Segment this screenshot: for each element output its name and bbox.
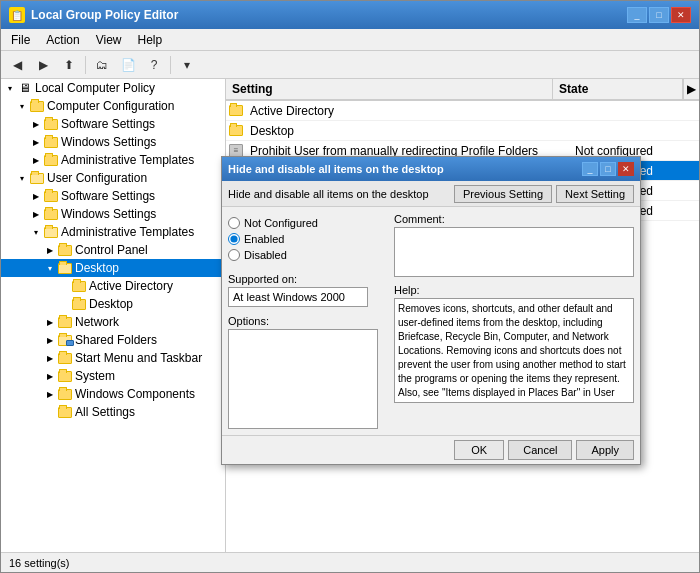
tree-label-at1: Administrative Templates xyxy=(61,153,194,167)
forward-button[interactable]: ▶ xyxy=(31,54,55,76)
radio-enabled-label: Enabled xyxy=(244,233,284,245)
app-icon: 📋 xyxy=(9,7,25,23)
modal-maximize-button[interactable]: □ xyxy=(600,162,616,176)
menu-help[interactable]: Help xyxy=(132,31,169,49)
tree-label-computer-config: Computer Configuration xyxy=(47,99,174,113)
folder-icon-sf xyxy=(57,333,73,347)
tree-item-admin-templates-1[interactable]: ▶ Administrative Templates xyxy=(1,151,225,169)
tree-item-local-policy[interactable]: ▾ 🖥 Local Computer Policy xyxy=(1,79,225,97)
tree-item-admin-templates-2[interactable]: ▾ Administrative Templates xyxy=(1,223,225,241)
tree-label-cp: Control Panel xyxy=(75,243,148,257)
folder-icon-sm xyxy=(57,351,73,365)
minimize-button[interactable]: _ xyxy=(627,7,647,23)
window-title: Local Group Policy Editor xyxy=(31,8,178,22)
toolbar-separator-1 xyxy=(85,56,86,74)
tree-label-ws2: Windows Settings xyxy=(61,207,156,221)
toggle-computer-config[interactable]: ▾ xyxy=(15,99,29,113)
tree-item-software-settings-1[interactable]: ▶ Software Settings xyxy=(1,115,225,133)
toggle-sm[interactable]: ▶ xyxy=(43,351,57,365)
folder-icon-cp xyxy=(57,243,73,257)
tree-item-network[interactable]: ▶ Network xyxy=(1,313,225,331)
modal-ok-button[interactable]: OK xyxy=(454,440,504,460)
radio-disabled-label: Disabled xyxy=(244,249,287,261)
modal-title-bar: Hide and disable all items on the deskto… xyxy=(222,157,640,181)
tree-item-computer-config[interactable]: ▾ Computer Configuration xyxy=(1,97,225,115)
toggle-network[interactable]: ▶ xyxy=(43,315,57,329)
next-setting-button[interactable]: Next Setting xyxy=(556,185,634,203)
comment-textarea[interactable] xyxy=(394,227,634,277)
list-item-desktop[interactable]: Desktop xyxy=(226,121,699,141)
toggle-system[interactable]: ▶ xyxy=(43,369,57,383)
toggle-at2[interactable]: ▾ xyxy=(29,225,43,239)
tree-item-user-config[interactable]: ▾ User Configuration xyxy=(1,169,225,187)
toggle-local-policy[interactable]: ▾ xyxy=(3,81,17,95)
show-hide-button[interactable]: 🗂 xyxy=(90,54,114,76)
options-box xyxy=(228,329,378,429)
toggle-ws2[interactable]: ▶ xyxy=(29,207,43,221)
toggle-desktop[interactable]: ▾ xyxy=(43,261,57,275)
properties-button[interactable]: 📄 xyxy=(116,54,140,76)
list-item-active-directory[interactable]: Active Directory xyxy=(226,101,699,121)
radio-enabled-input[interactable] xyxy=(228,233,240,245)
toggle-ws1[interactable]: ▶ xyxy=(29,135,43,149)
toggle-wc[interactable]: ▶ xyxy=(43,387,57,401)
filter-button[interactable]: ▾ xyxy=(175,54,199,76)
expand-arrow[interactable]: ▶ xyxy=(683,79,699,99)
tree-item-windows-settings-1[interactable]: ▶ Windows Settings xyxy=(1,133,225,151)
up-button[interactable]: ⬆ xyxy=(57,54,81,76)
modal-close-button[interactable]: ✕ xyxy=(618,162,634,176)
tree-item-shared-folders[interactable]: ▶ Shared Folders xyxy=(1,331,225,349)
supported-section: Supported on: At least Windows 2000 xyxy=(228,273,388,307)
tree-item-desktop[interactable]: ▾ Desktop xyxy=(1,259,225,277)
tree-label-sw2: Software Settings xyxy=(61,189,155,203)
tree-item-desktop-sub[interactable]: ▶ Desktop xyxy=(1,295,225,313)
radio-not-configured-label: Not Configured xyxy=(244,217,318,229)
toggle-at1[interactable]: ▶ xyxy=(29,153,43,167)
tree-item-windows-settings-2[interactable]: ▶ Windows Settings xyxy=(1,205,225,223)
folder-icon-computer-config xyxy=(29,99,45,113)
tree-label-ws1: Windows Settings xyxy=(61,135,156,149)
options-section: Options: xyxy=(228,315,388,429)
list-item-text-ad: Active Directory xyxy=(246,104,569,118)
tree-label-sm: Start Menu and Taskbar xyxy=(75,351,202,365)
toggle-user-config[interactable]: ▾ xyxy=(15,171,29,185)
toggle-sw2[interactable]: ▶ xyxy=(29,189,43,203)
prev-setting-button[interactable]: Previous Setting xyxy=(454,185,552,203)
menu-action[interactable]: Action xyxy=(40,31,85,49)
toggle-sf[interactable]: ▶ xyxy=(43,333,57,347)
tree-item-active-directory[interactable]: ▶ Active Directory xyxy=(1,277,225,295)
menu-bar: File Action View Help xyxy=(1,29,699,51)
supported-label: Supported on: xyxy=(228,273,388,285)
tree-label-wc: Windows Components xyxy=(75,387,195,401)
folder-icon-network xyxy=(57,315,73,329)
tree-item-all-settings[interactable]: ▶ All Settings xyxy=(1,403,225,421)
radio-enabled[interactable]: Enabled xyxy=(228,233,388,245)
tree-item-system[interactable]: ▶ System xyxy=(1,367,225,385)
radio-disabled-input[interactable] xyxy=(228,249,240,261)
tree-label-desktop: Desktop xyxy=(75,261,119,275)
folder-icon-system xyxy=(57,369,73,383)
radio-disabled[interactable]: Disabled xyxy=(228,249,388,261)
tree-label-sw1: Software Settings xyxy=(61,117,155,131)
modal-minimize-button[interactable]: _ xyxy=(582,162,598,176)
modal-apply-button[interactable]: Apply xyxy=(576,440,634,460)
maximize-button[interactable]: □ xyxy=(649,7,669,23)
menu-file[interactable]: File xyxy=(5,31,36,49)
tree-item-software-settings-2[interactable]: ▶ Software Settings xyxy=(1,187,225,205)
folder-icon-at1 xyxy=(43,153,59,167)
tree-label-as: All Settings xyxy=(75,405,135,419)
toggle-software-1[interactable]: ▶ xyxy=(29,117,43,131)
help-button[interactable]: ? xyxy=(142,54,166,76)
close-button[interactable]: ✕ xyxy=(671,7,691,23)
folder-icon-at2 xyxy=(43,225,59,239)
modal-cancel-button[interactable]: Cancel xyxy=(508,440,572,460)
toggle-cp[interactable]: ▶ xyxy=(43,243,57,257)
radio-not-configured-input[interactable] xyxy=(228,217,240,229)
tree-item-windows-components[interactable]: ▶ Windows Components xyxy=(1,385,225,403)
menu-view[interactable]: View xyxy=(90,31,128,49)
tree-label-at2: Administrative Templates xyxy=(61,225,194,239)
tree-item-start-menu[interactable]: ▶ Start Menu and Taskbar xyxy=(1,349,225,367)
back-button[interactable]: ◀ xyxy=(5,54,29,76)
tree-item-control-panel[interactable]: ▶ Control Panel xyxy=(1,241,225,259)
radio-not-configured[interactable]: Not Configured xyxy=(228,217,388,229)
